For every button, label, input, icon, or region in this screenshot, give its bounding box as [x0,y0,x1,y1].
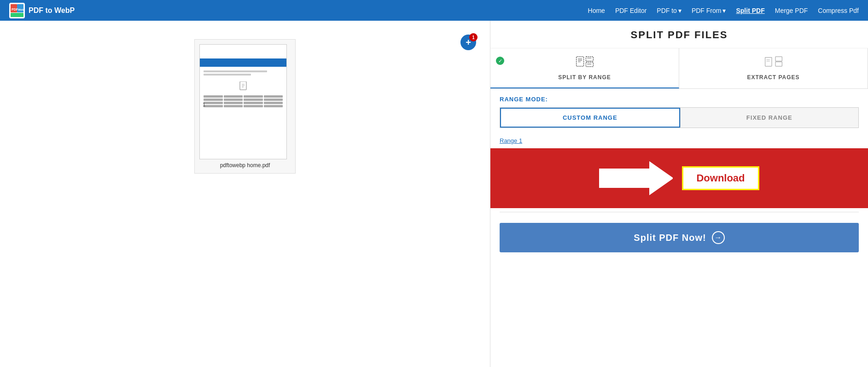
svg-rect-3 [11,13,23,17]
pdf-thumbnail-container: 1 [194,39,296,174]
range-item-1[interactable]: Range 1 [500,137,522,144]
logo[interactable]: PDF Web PDF to WebP [9,3,75,18]
download-section: Download [490,148,868,208]
svg-text:Web: Web [18,8,24,11]
extract-pages-tab[interactable]: EXTRACT PAGES [679,48,868,88]
fixed-range-button[interactable]: FIXED RANGE [680,108,859,128]
main-nav: Home PDF Editor PDF to ▾ PDF From ▾ Spli… [588,7,859,14]
range-mode-section: RANGE MODE: CUSTOM RANGE FIXED RANGE [490,89,868,133]
range-mode-buttons: CUSTOM RANGE FIXED RANGE [500,107,859,128]
range-mode-label: RANGE MODE: [500,96,859,103]
file-count-badge: 1 [469,33,478,41]
svg-rect-22 [775,62,782,66]
split-range-icon [576,55,594,71]
svg-text:PDF: PDF [12,8,18,11]
nav-pdf-to[interactable]: PDF to ▾ [657,7,682,14]
logo-label: PDF to WebP [29,6,75,15]
pdf-blue-bar [200,58,286,67]
svg-rect-19 [766,59,770,60]
right-panel: SPLIT PDF FILES SPLIT BY RANGE [490,21,868,367]
nav-pdf-editor[interactable]: PDF Editor [615,7,647,14]
arrow-icon [599,160,673,197]
split-by-range-tab[interactable]: SPLIT BY RANGE [490,48,679,88]
extract-pages-icon [764,55,783,71]
svg-rect-12 [577,60,582,61]
split-now-section: Split PDF Now! → [490,216,868,259]
range-list: Range 1 [490,133,868,148]
nav-merge-pdf[interactable]: Merge PDF [775,7,808,14]
extract-pages-label: EXTRACT PAGES [747,74,799,81]
svg-rect-18 [765,58,771,66]
pdf-content-lines [200,67,286,79]
logo-icon: PDF Web [9,3,25,18]
svg-rect-21 [775,57,782,61]
split-modes: SPLIT BY RANGE EXTRACT PAGES [490,48,868,89]
split-now-button[interactable]: Split PDF Now! → [500,223,859,252]
svg-marker-23 [599,162,673,194]
nav-home[interactable]: Home [588,7,605,14]
chevron-down-icon: ▾ [722,7,726,14]
pdf-thumbnail: 1 [199,44,287,159]
panel-title: SPLIT PDF FILES [490,21,868,48]
main-container: 1 + 1 [0,21,868,367]
pdf-icon [239,82,248,92]
separator [490,208,868,216]
svg-rect-17 [587,64,591,64]
nav-compress-pdf[interactable]: Compress Pdf [818,7,859,14]
arrow-indicator [599,160,673,197]
svg-rect-11 [577,58,582,59]
arrow-right-icon: → [712,231,725,244]
pdf-filename: pdftowebp home.pdf [199,162,291,169]
header: PDF Web PDF to WebP Home PDF Editor PDF … [0,0,868,21]
nav-pdf-from[interactable]: PDF From ▾ [692,7,726,14]
nav-split-pdf[interactable]: Split PDF [736,7,764,14]
check-icon [496,57,504,65]
svg-rect-16 [587,58,591,59]
custom-range-button[interactable]: CUSTOM RANGE [500,108,680,128]
download-button[interactable]: Download [682,166,759,190]
page-number: 1 [203,102,205,107]
chevron-down-icon: ▾ [678,7,682,14]
svg-rect-20 [766,61,770,62]
svg-rect-13 [577,62,580,63]
left-panel: 1 + 1 [0,21,490,367]
split-range-label: SPLIT BY RANGE [558,74,611,81]
svg-rect-14 [586,57,593,61]
